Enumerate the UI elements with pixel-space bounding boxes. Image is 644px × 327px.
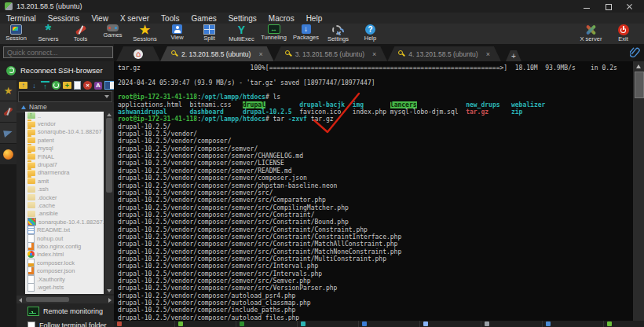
toolbar-games-button[interactable]: Games: [97, 24, 129, 44]
file-row[interactable]: .Xauthority: [25, 275, 104, 283]
file-row[interactable]: .ansible: [25, 210, 104, 218]
attachment-icon[interactable]: [630, 46, 641, 59]
file-row[interactable]: sonarqube-10.4.1.88267.zip: [25, 218, 104, 226]
tab-close-icon[interactable]: ×: [486, 50, 490, 58]
toolbar-view-button[interactable]: View: [161, 24, 193, 44]
toolbar-settings-button[interactable]: Settings: [322, 24, 354, 44]
menu-view[interactable]: View: [91, 14, 108, 23]
tab-close-icon[interactable]: ×: [372, 50, 376, 58]
statusbar-segment-8[interactable]: [543, 321, 604, 327]
upload-icon[interactable]: ↑: [41, 81, 49, 90]
terminal[interactable]: tar.gz 100%[============================…: [114, 61, 633, 321]
close-icon[interactable]: [626, 3, 633, 10]
toolbar-session-button[interactable]: Session: [0, 24, 32, 44]
file-row[interactable]: nohup.out: [25, 234, 104, 242]
new-tab-button[interactable]: +: [506, 50, 521, 61]
file-row[interactable]: lobo.nginx.config: [25, 242, 104, 250]
horizontal-scroll-thumb[interactable]: [26, 297, 69, 302]
new-file-icon[interactable]: [74, 81, 81, 90]
checkbox-unchecked-icon[interactable]: [27, 321, 35, 327]
sidebar-tab-sessions-star[interactable]: ★: [0, 80, 16, 101]
toolbar-xserver-button[interactable]: X server: [575, 24, 607, 44]
statusbar-segment-5[interactable]: [359, 321, 420, 327]
toolbar-servers-button[interactable]: *Servers: [32, 24, 64, 44]
minimize-icon[interactable]: [584, 3, 591, 10]
tab-close-icon[interactable]: ×: [258, 50, 262, 58]
statusbar-segment-6[interactable]: [420, 321, 481, 327]
sidebar-tab-tools-knife[interactable]: [0, 101, 16, 122]
file-list-horizontal-scrollbar[interactable]: [16, 296, 114, 303]
statusbar-segment-3[interactable]: [236, 321, 298, 327]
tab-session-4[interactable]: 4. 13.201.58.5 (ubuntu)×: [387, 46, 501, 61]
file-row[interactable]: composer.lock: [25, 259, 104, 266]
doc-icon: [27, 283, 35, 292]
statusbar-segment-2[interactable]: [175, 321, 236, 327]
terminal-scrollbar[interactable]: [633, 61, 644, 321]
file-row[interactable]: amit: [25, 177, 104, 185]
terminal-line: drupal-10.2.5/vendor/: [118, 130, 617, 138]
download-icon[interactable]: ↓: [30, 81, 38, 90]
menu-settings[interactable]: Settings: [229, 14, 257, 23]
toolbar-sessions-button[interactable]: ★Sessions: [129, 24, 161, 44]
tab-session-2[interactable]: 2. 13.201.58.5 (ubuntu)×: [160, 46, 274, 61]
scroll-left-icon[interactable]: [19, 298, 22, 303]
sidebar-tab-sftp-ball[interactable]: [0, 144, 16, 164]
scroll-up-icon[interactable]: [636, 64, 641, 68]
scroll-up-icon[interactable]: [107, 113, 112, 116]
file-row[interactable]: FINAL: [25, 152, 104, 160]
file-row[interactable]: vendor: [25, 119, 104, 127]
menu-games[interactable]: Games: [191, 14, 216, 23]
statusbar-segment-1[interactable]: [114, 321, 175, 327]
file-row[interactable]: sonarqube-10.4.1.88267: [25, 128, 104, 136]
path-combobox[interactable]: [18, 91, 112, 102]
menu-terminal[interactable]: Terminal: [6, 14, 36, 23]
tab-home[interactable]: ⌂: [116, 46, 160, 61]
menu-macros[interactable]: Macros: [269, 14, 295, 23]
toolbar-games-label: Games: [103, 31, 122, 39]
file-row[interactable]: dharmendra: [25, 169, 104, 177]
toolbar-packages-button[interactable]: ↓Packages: [290, 24, 322, 44]
delete-icon[interactable]: ×: [83, 81, 92, 90]
statusbar-segment-9[interactable]: [604, 321, 644, 327]
refresh-icon[interactable]: [52, 81, 60, 90]
menu-x-server[interactable]: X server: [120, 14, 149, 23]
file-name: nohup.out: [37, 235, 63, 242]
vertical-scroll-thumb[interactable]: [106, 118, 112, 193]
menu-tools[interactable]: Tools: [161, 14, 179, 23]
toolbar-help-button[interactable]: ?Help: [354, 24, 386, 44]
file-row[interactable]: drupal7: [25, 160, 104, 168]
remote-monitoring-button[interactable]: Remote monitoring: [16, 305, 114, 318]
file-row[interactable]: ..: [25, 112, 104, 119]
new-folder-icon[interactable]: +: [63, 82, 71, 89]
scroll-down-icon[interactable]: [107, 289, 112, 292]
sidebar-tab-macros-plane[interactable]: [0, 123, 16, 143]
file-list-vertical-scrollbar[interactable]: [104, 112, 114, 294]
file-row[interactable]: .cache: [25, 201, 104, 209]
terminal-scroll-thumb[interactable]: [635, 72, 644, 98]
statusbar-segment-7[interactable]: [481, 321, 543, 327]
toolbar-multiexec-button[interactable]: YMultiExec: [225, 24, 258, 44]
quick-connect-input[interactable]: [3, 46, 113, 58]
reconnect-ssh-browser-button[interactable]: Reconnect SSH-browser: [0, 61, 114, 79]
file-name: index.html: [37, 251, 64, 258]
file-row[interactable]: .ssh: [25, 186, 104, 193]
file-row[interactable]: README.txt: [25, 226, 104, 233]
statusbar-segment-4[interactable]: [298, 321, 359, 327]
file-row[interactable]: .wget-hsts: [25, 283, 104, 291]
scroll-right-icon[interactable]: [108, 298, 112, 303]
toolbar-tools-button[interactable]: Tools: [64, 24, 97, 44]
rename-icon[interactable]: A: [94, 82, 102, 90]
file-row[interactable]: mysql: [25, 145, 104, 152]
file-row[interactable]: patent: [25, 136, 104, 144]
file-row[interactable]: composer.json: [25, 266, 104, 274]
menu-sessions[interactable]: Sessions: [48, 14, 80, 23]
toolbar-tunneling-button[interactable]: ↔Tunneling: [258, 24, 290, 44]
toolbar-exit-button[interactable]: Exit: [607, 24, 639, 44]
file-row[interactable]: index.html: [25, 251, 104, 259]
toolbar-split-button[interactable]: Split: [193, 24, 225, 44]
tab-session-3[interactable]: 3. 13.201.58.5 (ubuntu)×: [274, 46, 388, 61]
menu-help[interactable]: Help: [306, 14, 323, 23]
file-row[interactable]: .docker: [25, 193, 104, 201]
folder-up-icon[interactable]: ↑: [19, 82, 27, 89]
maximize-icon[interactable]: [605, 3, 612, 10]
